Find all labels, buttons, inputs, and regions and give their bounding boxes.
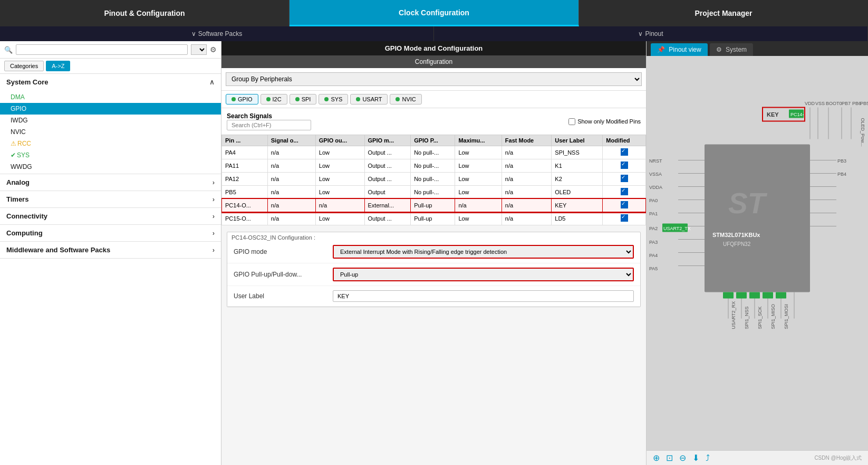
col-modified[interactable]: Modified [603, 135, 646, 146]
zoom-in-icon[interactable]: ⊕ [653, 453, 660, 463]
svg-text:VDDA: VDDA [649, 185, 662, 190]
svg-text:PA3: PA3 [649, 240, 658, 245]
section-connectivity-header[interactable]: Connectivity › [0, 208, 221, 224]
show-modified-checkbox[interactable] [568, 118, 575, 125]
col-mode[interactable]: GPIO m... [364, 135, 411, 146]
gear-icon[interactable]: ⚙ [210, 45, 217, 54]
export-icon[interactable]: ⤴ [706, 453, 710, 463]
table-cell: Output ... [364, 173, 411, 186]
svg-text:PB4: PB4 [837, 172, 846, 177]
peripheral-tabs: GPIO I2C SPI SYS USART NVIC [221, 91, 646, 108]
sub-navigation: ∨ Software Packs ∨ Pinout [0, 26, 868, 41]
col-max[interactable]: Maximu... [455, 135, 501, 146]
ptab-gpio[interactable]: GPIO [226, 94, 258, 105]
svg-text:ST: ST [728, 187, 768, 220]
tab-project-manager[interactable]: Project Manager [579, 0, 868, 26]
table-cell: No pull-... [411, 173, 455, 186]
table-row[interactable]: PB5n/aLowOutputNo pull-...Lown/aOLED [222, 186, 646, 199]
modified-checkbox[interactable] [621, 201, 628, 208]
configuration-header: Configuration [221, 55, 646, 68]
system-core-items: DMA GPIO IWDG NVIC ⚠RCC ✔SYS WWD [0, 90, 221, 174]
chevron-down-icon: ∨ [638, 30, 643, 37]
table-cell: Pull-up [411, 212, 455, 225]
table-cell: n/a [267, 212, 315, 225]
ptab-nvic[interactable]: NVIC [390, 94, 421, 105]
col-fast[interactable]: Fast Mode [501, 135, 551, 146]
right-panel: 📌 Pinout view ⚙ System OLED_Pow... VDD V… [647, 41, 868, 465]
subnav-software-packs[interactable]: ∨ Software Packs [0, 26, 434, 41]
sidebar-item-dma[interactable]: DMA [0, 91, 221, 103]
sidebar-item-nvic[interactable]: NVIC [0, 126, 221, 138]
ptab-sys[interactable]: SYS [319, 94, 348, 105]
modified-checkbox[interactable] [621, 162, 628, 169]
sidebar-search-row: 🔍 ⚙ [0, 41, 221, 59]
col-signal[interactable]: Signal o... [267, 135, 315, 146]
section-system-core: System Core ∧ DMA GPIO IWDG NVIC ⚠RCC [0, 74, 221, 174]
table-cell: n/a [501, 146, 551, 159]
table-cell: SPI_NSS [552, 146, 603, 159]
section-computing-header[interactable]: Computing › [0, 225, 221, 241]
table-cell: No pull-... [411, 186, 455, 199]
gpio-mode-select[interactable]: External Interrupt Mode with Rising/Fall… [333, 245, 634, 259]
tab-pinout-view[interactable]: 📌 Pinout view [651, 43, 708, 56]
gpio-pull-select[interactable]: Pull-up [333, 268, 634, 281]
sidebar-item-wwdg[interactable]: WWDG [0, 161, 221, 173]
col-output[interactable]: GPIO ou... [315, 135, 364, 146]
col-label[interactable]: User Label [552, 135, 603, 146]
search-signals-input[interactable] [227, 120, 311, 130]
group-by-select[interactable]: Group By Peripherals [226, 72, 642, 86]
tab-categories[interactable]: Categories [4, 61, 44, 71]
ptab-usart[interactable]: USART [350, 94, 388, 105]
section-analog-header[interactable]: Analog › [0, 174, 221, 191]
chevron-icon: › [213, 178, 215, 186]
search-input[interactable] [16, 44, 188, 55]
table-row[interactable]: PA12n/aLowOutput ...No pull-...Lown/aK2 [222, 173, 646, 186]
sidebar-item-rcc[interactable]: ⚠RCC [0, 138, 221, 149]
tab-clock-config[interactable]: Clock Configuration [290, 0, 579, 26]
table-row[interactable]: PA4n/aLowOutput ...No pull-...Lown/aSPI_… [222, 146, 646, 159]
search-signals-section: Search Signals [227, 112, 311, 130]
sidebar-item-sys[interactable]: ✔SYS [0, 149, 221, 161]
modified-checkbox[interactable] [621, 214, 628, 222]
table-cell: External... [364, 199, 411, 212]
chevron-icon: ∧ [209, 78, 215, 86]
section-system-core-header[interactable]: System Core ∧ [0, 74, 221, 90]
active-dot-icon [356, 97, 360, 101]
table-row[interactable]: PC15-O...n/aLowOutput ...Pull-upLown/aLD… [222, 212, 646, 225]
zoom-out-icon[interactable]: ⊖ [679, 453, 686, 463]
download-icon[interactable]: ⬇ [692, 453, 699, 463]
main-layout: 🔍 ⚙ Categories A->Z System Core ∧ DM [0, 41, 868, 465]
fit-screen-icon[interactable]: ⊡ [666, 453, 673, 463]
svg-rect-65 [749, 292, 760, 299]
modified-checkbox[interactable] [621, 175, 628, 182]
tab-a-to-z[interactable]: A->Z [46, 61, 70, 71]
svg-text:USART2_RX: USART2_RX [731, 301, 736, 329]
subnav-pinout[interactable]: ∨ Pinout [434, 26, 868, 41]
sidebar-item-gpio[interactable]: GPIO [0, 103, 221, 115]
tab-pinout-config[interactable]: Pinout & Configuration [0, 0, 290, 26]
tab-system-view[interactable]: ⚙ System [710, 43, 753, 56]
pinout-icon: 📌 [657, 46, 665, 53]
ptab-spi[interactable]: SPI [290, 94, 317, 105]
section-middleware-header[interactable]: Middleware and Software Packs › [0, 242, 221, 258]
active-dot-icon [396, 97, 400, 101]
svg-text:UFQFPN32: UFQFPN32 [723, 241, 751, 247]
table-cell: LD5 [552, 212, 603, 225]
col-pull[interactable]: GPIO P... [411, 135, 455, 146]
table-cell: PA12 [222, 173, 268, 186]
col-pin[interactable]: Pin ... [222, 135, 268, 146]
sidebar-item-iwdg[interactable]: IWDG [0, 115, 221, 126]
modified-checkbox[interactable] [621, 188, 628, 195]
ptab-i2c[interactable]: I2C [261, 94, 287, 105]
table-row[interactable]: PA11n/aLowOutput ...No pull-...Lown/aK1 [222, 159, 646, 173]
user-label-input[interactable] [333, 290, 634, 302]
svg-text:PA1: PA1 [649, 211, 658, 216]
modified-checkbox[interactable] [621, 148, 628, 156]
table-cell: n/a [315, 199, 364, 212]
section-timers-header[interactable]: Timers › [0, 191, 221, 207]
search-signals-row: Search Signals Show only Modified Pins [221, 108, 646, 135]
svg-rect-64 [736, 292, 747, 299]
search-select[interactable] [191, 44, 207, 55]
table-row[interactable]: PC14-O...n/an/aExternal...Pull-upn/an/aK… [222, 199, 646, 212]
section-middleware: Middleware and Software Packs › [0, 242, 221, 259]
